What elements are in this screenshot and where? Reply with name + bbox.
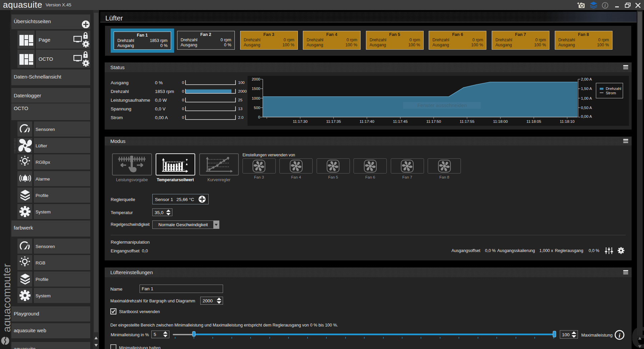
- svg-text:0,00 A: 0,00 A: [581, 114, 592, 118]
- svg-text:11:17:35: 11:17:35: [326, 119, 341, 123]
- svg-text:1,50 A: 1,50 A: [581, 87, 592, 91]
- svg-text:11:17:40: 11:17:40: [360, 119, 374, 123]
- svg-text:11:18:10: 11:18:10: [560, 119, 575, 123]
- svg-text:Fenster ausschneiden: Fenster ausschneiden: [417, 102, 467, 108]
- svg-text:i: i: [619, 332, 621, 339]
- svg-text:11:17:30: 11:17:30: [293, 119, 308, 123]
- svg-text:1000: 1000: [252, 96, 260, 100]
- svg-text:2,00 A: 2,00 A: [581, 77, 592, 81]
- svg-text:11:17:55: 11:17:55: [460, 119, 474, 123]
- svg-text:Drehzahl: Drehzahl: [606, 87, 621, 91]
- svg-text:0: 0: [258, 115, 260, 119]
- svg-text:11:17:45: 11:17:45: [393, 119, 408, 123]
- svg-text:2000: 2000: [252, 77, 260, 81]
- svg-text:500: 500: [254, 106, 260, 110]
- svg-text:11:18:05: 11:18:05: [526, 119, 541, 123]
- svg-text:11:17:50: 11:17:50: [426, 119, 441, 123]
- svg-text:i: i: [604, 3, 606, 8]
- svg-text:1,00 A: 1,00 A: [581, 96, 592, 100]
- svg-text:0,50 A: 0,50 A: [581, 106, 592, 110]
- svg-text:Strom: Strom: [606, 91, 616, 95]
- svg-text:1500: 1500: [252, 87, 260, 91]
- svg-text:11:18:00: 11:18:00: [493, 119, 508, 123]
